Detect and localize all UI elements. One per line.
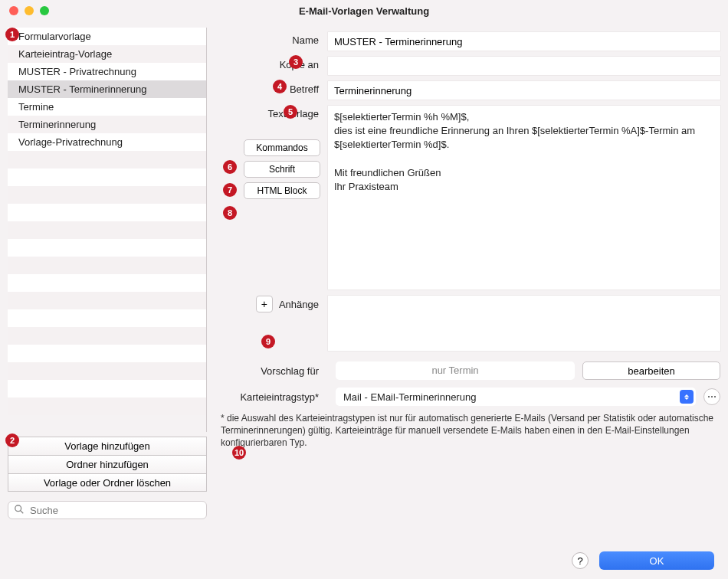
copy-to-label: Kopie an	[221, 57, 328, 70]
dropdown-arrow-icon	[680, 390, 694, 404]
list-item[interactable]	[8, 151, 206, 168]
annotation-badge-8: 8	[223, 206, 237, 220]
suggest-for-display: nur Termin	[336, 361, 575, 380]
copy-to-input[interactable]	[328, 57, 720, 75]
search-icon	[14, 504, 25, 515]
name-input[interactable]	[328, 32, 720, 51]
annotation-badge-4: 4	[273, 80, 287, 93]
list-item[interactable]	[8, 168, 206, 186]
template-textarea[interactable]: $[selektierterTermin %h %M]$, dies ist e…	[328, 106, 720, 290]
add-attachment-button[interactable]: +	[256, 296, 273, 312]
add-template-button[interactable]: Vorlage hinzufügen	[8, 437, 207, 455]
ok-button[interactable]: OK	[599, 551, 714, 570]
template-list[interactable]: Formularvorlage Karteieintrag-Vorlage MU…	[8, 28, 207, 432]
list-item[interactable]	[8, 239, 206, 257]
titlebar: E-Mail-Vorlagen Verwaltung	[0, 0, 728, 21]
annotation-badge-6: 6	[223, 160, 237, 174]
add-folder-button[interactable]: Ordner hinzufügen	[8, 455, 207, 473]
list-item[interactable]: Termine	[8, 98, 206, 116]
footnote-text: * die Auswahl des Karteieintragstypen is…	[221, 412, 720, 450]
list-item[interactable]	[8, 380, 206, 397]
search-input[interactable]	[8, 501, 207, 519]
entry-type-value: Mail - EMail-Terminerinnerung	[343, 391, 476, 403]
list-item[interactable]	[8, 221, 206, 239]
font-button[interactable]: Schrift	[244, 161, 320, 178]
svg-point-0	[15, 505, 21, 512]
list-item[interactable]	[8, 186, 206, 204]
list-item[interactable]	[8, 274, 206, 292]
svg-line-1	[21, 511, 24, 514]
annotation-badge-3: 3	[289, 55, 303, 69]
list-item[interactable]: Terminerinnerung	[8, 116, 206, 133]
list-item[interactable]	[8, 327, 206, 345]
window-title: E-Mail-Vorlagen Verwaltung	[0, 5, 728, 17]
list-item[interactable]	[8, 257, 206, 274]
commands-button[interactable]: Kommandos	[244, 139, 320, 156]
annotation-badge-7: 7	[223, 183, 237, 197]
delete-button[interactable]: Vorlage oder Ordner löschen	[8, 473, 207, 492]
list-item[interactable]: Vorlage-Privatrechnung	[8, 133, 206, 151]
attachments-box[interactable]	[328, 296, 720, 351]
more-button[interactable]: ⋯	[703, 388, 720, 405]
list-item[interactable]	[8, 204, 206, 221]
edit-button[interactable]: bearbeiten	[582, 361, 720, 380]
help-button[interactable]: ?	[572, 552, 589, 569]
list-item[interactable]	[8, 292, 206, 309]
annotation-badge-5: 5	[284, 105, 297, 119]
annotation-badge-9: 9	[261, 335, 275, 348]
annotation-badge-10: 10	[232, 446, 246, 460]
annotation-badge-1: 1	[5, 28, 19, 41]
entry-type-label: Karteieintragstyp*	[221, 391, 328, 403]
list-item[interactable]	[8, 362, 206, 380]
list-item[interactable]	[8, 345, 206, 362]
html-block-button[interactable]: HTML Block	[244, 182, 320, 199]
list-item[interactable]	[8, 309, 206, 327]
list-item[interactable]: Formularvorlage	[8, 28, 206, 45]
suggest-for-label: Vorschlag für	[221, 365, 328, 377]
name-label: Name	[221, 32, 328, 46]
list-item[interactable]: MUSTER - Privatrechnung	[8, 63, 206, 80]
annotation-badge-2: 2	[5, 433, 19, 447]
list-item[interactable]	[8, 397, 206, 415]
entry-type-select[interactable]: Mail - EMail-Terminerinnerung	[336, 388, 696, 406]
attachments-label: Anhänge	[279, 299, 319, 310]
list-item[interactable]: Karteieintrag-Vorlage	[8, 45, 206, 63]
subject-input[interactable]	[328, 81, 720, 100]
list-item[interactable]: MUSTER - Terminerinnerung	[8, 80, 206, 98]
